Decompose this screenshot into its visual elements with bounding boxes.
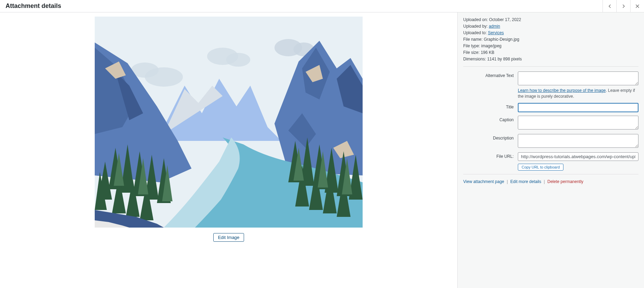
meta-dimensions: Dimensions: 1141 by 898 pixels (463, 56, 638, 62)
caption-input[interactable] (518, 116, 638, 129)
title-label: Title (463, 103, 518, 109)
media-preview: Edit Image (0, 12, 457, 288)
attachment-actions: View attachment page | Edit more details… (463, 179, 638, 184)
chevron-right-icon (620, 3, 627, 9)
caption-label: Caption (463, 116, 518, 122)
alt-help-link[interactable]: Learn how to describe the purpose of the… (518, 88, 606, 93)
separator: | (507, 179, 508, 184)
alt-text-label: Alternative Text (463, 71, 518, 78)
meta-uploaded-on: Uploaded on: October 17, 2022 (463, 17, 638, 23)
alt-text-help: Learn how to describe the purpose of the… (518, 88, 638, 99)
next-button[interactable] (616, 0, 630, 12)
prev-button[interactable] (603, 0, 616, 12)
attachment-meta: Uploaded on: October 17, 2022 Uploaded b… (463, 17, 638, 62)
delete-permanently-link[interactable]: Delete permanently (548, 179, 584, 184)
meta-value: October 17, 2022 (489, 17, 521, 22)
file-url-input[interactable] (518, 152, 638, 161)
title-row: Title (463, 103, 638, 112)
alt-text-input[interactable] (518, 71, 638, 85)
meta-label: Dimensions: (463, 57, 486, 61)
meta-value: 196 KB (481, 50, 494, 55)
alt-text-row: Alternative Text Learn how to describe t… (463, 71, 638, 99)
attachment-image (95, 17, 363, 228)
title-input[interactable] (518, 103, 638, 112)
divider (463, 66, 638, 67)
meta-file-size: File size: 196 KB (463, 49, 638, 56)
meta-label: File type: (463, 44, 480, 48)
meta-value: Graphic-Design.jpg (484, 37, 519, 42)
modal-header: Attachment details (0, 0, 644, 12)
main-content: Edit Image Uploaded on: October 17, 2022… (0, 12, 644, 288)
svg-point-4 (145, 67, 183, 87)
edit-image-button[interactable]: Edit Image (213, 233, 244, 242)
svg-point-6 (226, 53, 250, 67)
file-url-row: File URL: Copy URL to clipboard (463, 152, 638, 171)
meta-label: Uploaded by: (463, 24, 488, 29)
separator: | (544, 179, 545, 184)
page-title: Attachment details (6, 2, 61, 10)
copy-url-button[interactable]: Copy URL to clipboard (518, 164, 563, 171)
meta-value: image/jpeg (481, 44, 502, 48)
description-input[interactable] (518, 134, 638, 148)
description-row: Description (463, 134, 638, 149)
description-label: Description (463, 134, 518, 141)
details-sidebar: Uploaded on: October 17, 2022 Uploaded b… (457, 12, 644, 288)
meta-file-type: File type: image/jpeg (463, 43, 638, 49)
caption-row: Caption (463, 116, 638, 131)
chevron-left-icon (607, 3, 613, 9)
close-button[interactable] (630, 0, 644, 12)
meta-label: Uploaded to: (463, 30, 487, 35)
close-icon (634, 3, 641, 9)
edit-more-details-link[interactable]: Edit more details (510, 179, 541, 184)
meta-label: Uploaded on: (463, 17, 488, 22)
divider (463, 174, 638, 174)
uploaded-to-link[interactable]: Services (488, 30, 504, 35)
meta-file-name: File name: Graphic-Design.jpg (463, 36, 638, 42)
meta-label: File size: (463, 50, 479, 55)
uploaded-by-link[interactable]: admin (489, 24, 500, 29)
meta-uploaded-to: Uploaded to: Services (463, 30, 638, 36)
meta-uploaded-by: Uploaded by: admin (463, 23, 638, 29)
header-nav-buttons (603, 0, 644, 12)
meta-label: File name: (463, 37, 483, 42)
file-url-label: File URL: (463, 152, 518, 159)
view-attachment-link[interactable]: View attachment page (463, 179, 504, 184)
meta-value: 1141 by 898 pixels (487, 57, 522, 61)
